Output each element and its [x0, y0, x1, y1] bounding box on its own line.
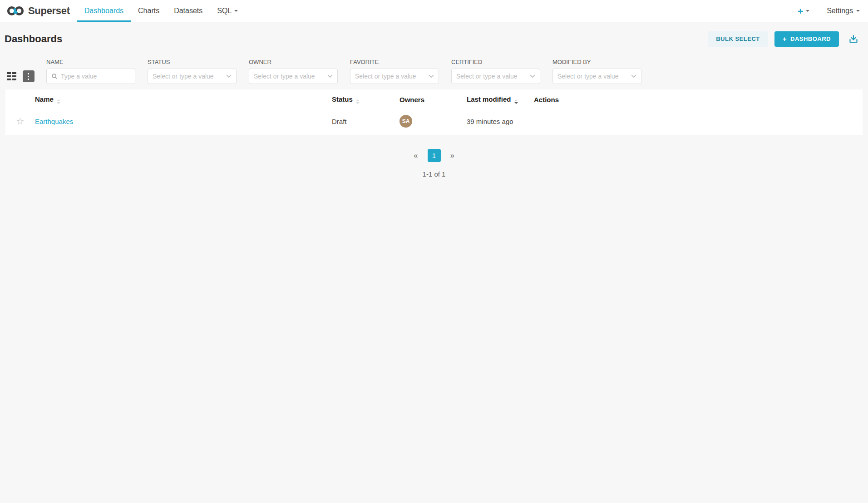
- status-value: Draft: [332, 118, 347, 125]
- dashboards-table: Name Status Owners Last modified Actions…: [5, 89, 863, 135]
- filter-label-status: STATUS: [148, 59, 237, 65]
- chevron-down-icon: [429, 74, 434, 78]
- last-modified-value: 39 minutes ago: [467, 118, 513, 125]
- chevron-down-icon: [327, 74, 333, 78]
- certified-filter-select[interactable]: Select or type a value: [451, 69, 540, 84]
- chevron-down-icon: [806, 10, 809, 12]
- import-download-icon: [848, 34, 859, 44]
- list-view-toggle[interactable]: [23, 70, 35, 82]
- owner-avatar[interactable]: SA: [399, 115, 412, 128]
- sort-desc-icon: [514, 99, 518, 104]
- filter-owner: OWNER Select or type a value: [249, 59, 338, 84]
- brand-name: Superset: [28, 5, 70, 17]
- name-filter-input[interactable]: [61, 73, 130, 80]
- next-page-button[interactable]: »: [449, 151, 456, 160]
- filter-label-name: NAME: [46, 59, 135, 65]
- filter-name: NAME: [46, 59, 135, 84]
- chevron-down-icon: [234, 10, 238, 12]
- page-1-button[interactable]: 1: [428, 149, 441, 162]
- pagination: « 1 »: [0, 149, 868, 162]
- superset-infinity-icon: [6, 5, 25, 17]
- nav-item-sql[interactable]: SQL: [210, 0, 245, 22]
- header-favorite: [5, 89, 35, 108]
- table-header-row: Name Status Owners Last modified Actions: [5, 89, 863, 108]
- favorite-star-icon[interactable]: ☆: [5, 117, 35, 126]
- actions-cell: [534, 108, 863, 135]
- filter-certified: CERTIFIED Select or type a value: [451, 59, 540, 84]
- list-view-icon: [28, 73, 30, 74]
- plus-icon: +: [798, 6, 803, 16]
- prev-page-button[interactable]: «: [412, 151, 419, 160]
- new-item-menu[interactable]: +: [798, 6, 809, 16]
- filter-label-favorite: FAVORITE: [350, 59, 439, 65]
- plus-icon: +: [783, 35, 787, 42]
- page-title: Dashboards: [5, 33, 62, 45]
- filter-modified-by: MODIFIED BY Select or type a value: [552, 59, 641, 84]
- dashboards-list-card: Name Status Owners Last modified Actions…: [5, 89, 863, 135]
- nav-item-dashboards[interactable]: Dashboards: [77, 0, 131, 22]
- nav-item-datasets[interactable]: Datasets: [167, 0, 210, 22]
- result-count: 1-1 of 1: [0, 170, 868, 178]
- favorite-filter-select[interactable]: Select or type a value: [350, 69, 439, 84]
- header-actions: Actions: [534, 89, 863, 108]
- filter-bar: NAME STATUS Select or type a value: [0, 59, 868, 84]
- header-name[interactable]: Name: [35, 89, 332, 108]
- card-view-toggle[interactable]: [7, 72, 16, 80]
- filter-status: STATUS Select or type a value: [148, 59, 237, 84]
- dashboard-link-earthquakes[interactable]: Earthquakes: [35, 118, 73, 125]
- card-view-grid-icon: [7, 72, 16, 80]
- sort-icon: [57, 99, 60, 104]
- search-icon: [51, 73, 58, 79]
- header-status[interactable]: Status: [332, 89, 399, 108]
- settings-menu[interactable]: Settings: [827, 7, 860, 15]
- filter-label-modified-by: MODIFIED BY: [552, 59, 641, 65]
- filter-label-owner: OWNER: [249, 59, 338, 65]
- nav-item-charts[interactable]: Charts: [131, 0, 167, 22]
- sort-icon: [356, 99, 360, 104]
- filter-label-certified: CERTIFIED: [451, 59, 540, 65]
- name-filter-box: [46, 69, 135, 84]
- new-dashboard-button[interactable]: + DASHBOARD: [774, 31, 839, 47]
- table-row: ☆ Earthquakes Draft SA 39 minutes ago: [5, 108, 863, 135]
- header-last-modified[interactable]: Last modified: [467, 89, 534, 108]
- import-dashboard-button[interactable]: [845, 33, 862, 45]
- filter-favorite: FAVORITE Select or type a value: [350, 59, 439, 84]
- status-filter-select[interactable]: Select or type a value: [148, 69, 237, 84]
- page-header: Dashboards BULK SELECT + DASHBOARD: [0, 31, 868, 47]
- superset-logo[interactable]: Superset: [0, 0, 74, 22]
- header-owners: Owners: [399, 89, 467, 108]
- bulk-select-button[interactable]: BULK SELECT: [708, 31, 768, 47]
- chevron-down-icon: [226, 74, 232, 78]
- chevron-down-icon: [856, 10, 860, 12]
- top-navigation-bar: Superset Dashboards Charts Datasets SQL …: [0, 0, 868, 22]
- chevron-down-icon: [631, 74, 636, 78]
- modified-by-filter-select[interactable]: Select or type a value: [552, 69, 641, 84]
- owner-filter-select[interactable]: Select or type a value: [249, 69, 338, 84]
- chevron-down-icon: [530, 74, 535, 78]
